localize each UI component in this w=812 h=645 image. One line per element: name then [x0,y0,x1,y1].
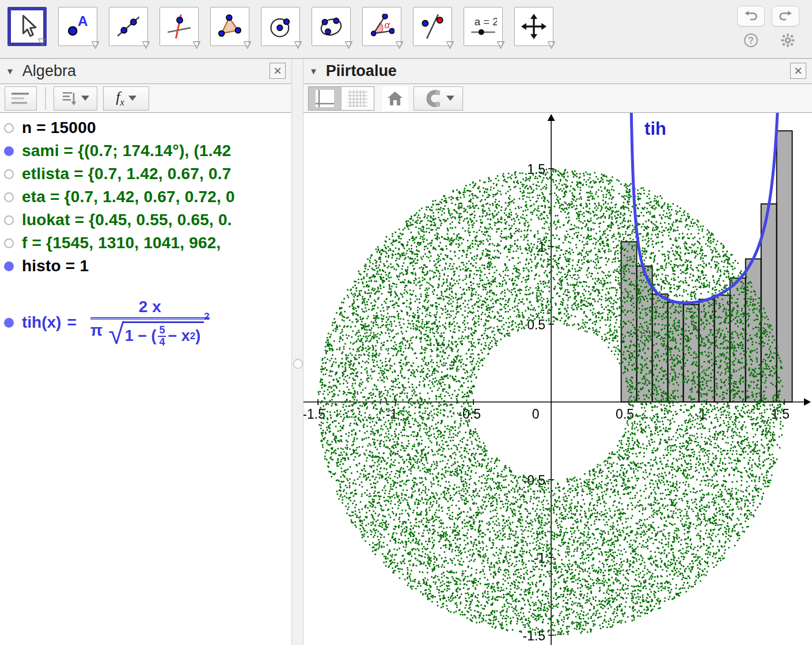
tool-buttons: ▽ A ▽ ▽ [7,7,553,46]
tool-dropdown-icon[interactable]: ▽ [548,40,555,50]
conic-tool-button[interactable]: ▽ [312,7,351,46]
panel-divider[interactable] [291,59,303,645]
angle-icon: α [369,14,394,39]
graphics-close-button[interactable]: × [790,63,806,79]
algebra-item-label: luokat = {0.45, 0.55, 0.65, 0. [22,211,232,229]
auxiliary-objects-button[interactable] [5,86,37,111]
algebra-item[interactable]: eta = {0.7, 1.42, 0.67, 0.72, 0 [0,185,291,208]
graphics-header: ▼ Piirtoalue × [303,59,812,84]
svg-text:α: α [384,20,390,30]
algebra-item-tih[interactable]: tih(x) = 2 x π √ 1 − ( 54 − x 2 [0,286,291,359]
formula-numerator: 2 x [139,298,161,317]
chevron-down-icon [81,96,89,101]
perpendicular-line-icon [166,14,192,39]
sort-objects-button[interactable] [54,86,97,111]
circle-tool-button[interactable]: ▽ [261,7,300,46]
algebra-item[interactable]: n = 15000 [0,116,291,139]
algebra-title: Algebra [22,62,76,80]
visibility-toggle[interactable] [4,238,14,248]
reflect-about-line-icon [420,14,445,39]
angle-tool-button[interactable]: α ▽ [362,7,401,46]
tool-dropdown-icon[interactable]: ▽ [244,40,251,50]
tool-dropdown-icon[interactable]: ▽ [193,40,200,50]
graphics-view: ▼ Piirtoalue × [303,59,812,645]
redo-button[interactable] [772,6,799,26]
show-axes-button[interactable] [309,87,341,110]
polygon-tool-button[interactable]: ▽ [210,7,249,46]
collapse-triangle-icon[interactable]: ▼ [6,67,14,75]
graphics-title: Piirtoalue [326,62,397,80]
settings-gear-button[interactable] [781,33,795,47]
circle-center-point-icon [268,14,293,39]
undo-button[interactable] [737,6,765,26]
tool-dropdown-icon[interactable]: ▽ [446,40,454,50]
visibility-toggle[interactable] [4,169,14,179]
collapse-triangle-icon[interactable]: ▼ [309,67,318,75]
slider-icon: a = 2 [469,14,497,39]
point-tool-button[interactable]: A ▽ [58,7,97,46]
toolbar-misc: ? [744,33,795,47]
visibility-toggle[interactable] [4,192,14,202]
point-icon: A [65,14,90,39]
tool-dropdown-icon[interactable]: ▽ [38,37,45,47]
algebra-item-label: histo = 1 [22,257,89,275]
polygon-icon [217,14,242,39]
tih-formula: tih(x) = 2 x π √ 1 − ( 54 − x 2 [22,298,210,348]
help-button[interactable]: ? [744,33,758,47]
chevron-down-icon [446,96,454,101]
algebra-item-list: n = 15000sami = {(0.7; 174.14°), (1.42et… [0,116,291,359]
redo-icon [778,11,793,21]
visibility-toggle[interactable] [4,123,14,133]
perpendicular-line-tool-button[interactable]: ▽ [160,7,199,46]
visibility-toggle[interactable] [4,215,14,225]
line-tool-button[interactable]: ▽ [109,7,148,46]
main-toolbar: ▽ A ▽ ▽ [0,0,812,59]
function-style-button[interactable]: fx [103,86,149,111]
visibility-toggle[interactable] [4,318,14,328]
slider-tool-button[interactable]: a = 2 ▽ [464,7,503,46]
visibility-toggle[interactable] [4,261,14,271]
algebra-item-label: n = 15000 [22,119,96,137]
radical-sign: √ [108,322,124,346]
algebra-rows: n = 15000sami = {(0.7; 174.14°), (1.42et… [0,116,291,278]
svg-text:a = 2: a = 2 [475,16,497,28]
visibility-toggle[interactable] [4,146,14,156]
chevron-down-icon [128,96,136,101]
algebra-item[interactable]: histo = 1 [0,255,291,278]
undo-redo-group [737,6,799,26]
graphics-canvas[interactable] [303,113,812,645]
algebra-item-label: etlista = {0.7, 1.42, 0.67, 0.7 [22,165,231,183]
point-capturing-button[interactable] [413,86,463,111]
cursor-icon [14,14,40,39]
ellipse-icon [318,14,344,39]
auxiliary-objects-icon [11,92,31,105]
geogebra-window: ▽ A ▽ ▽ [0,0,812,645]
algebra-item[interactable]: f = {1545, 1310, 1041, 962, [0,232,291,255]
reflect-tool-button[interactable]: ▽ [413,7,452,46]
grid-icon [347,89,368,108]
algebra-item[interactable]: etlista = {0.7, 1.42, 0.67, 0.7 [0,162,291,185]
move-tool-button[interactable]: ▽ [7,7,47,46]
sort-icon [62,91,77,106]
svg-text:A: A [78,14,88,29]
algebra-close-button[interactable]: × [270,63,286,79]
home-icon [387,90,403,107]
move-graphics-tool-button[interactable]: ▽ [514,7,553,46]
algebra-item-label: eta = {0.7, 1.42, 0.67, 0.72, 0 [22,188,235,206]
tool-dropdown-icon[interactable]: ▽ [294,40,302,50]
home-button[interactable] [382,86,408,111]
algebra-item[interactable]: sami = {(0.7; 174.14°), (1.42 [0,139,291,162]
algebra-item[interactable]: luokat = {0.45, 0.55, 0.65, 0. [0,208,291,232]
undo-icon [743,11,758,21]
graphics-stylebar [303,84,812,113]
tool-dropdown-icon[interactable]: ▽ [396,40,403,50]
tool-dropdown-icon[interactable]: ▽ [142,40,150,50]
stylebar-separator [45,88,47,109]
tool-dropdown-icon[interactable]: ▽ [497,40,504,50]
algebra-item-label: sami = {(0.7; 174.14°), (1.42 [22,142,231,160]
algebra-item-label: f = {1545, 1310, 1041, 962, [22,234,221,252]
tool-dropdown-icon[interactable]: ▽ [345,40,352,50]
show-grid-button[interactable] [341,87,374,110]
tool-dropdown-icon[interactable]: ▽ [92,40,99,50]
divider-handle[interactable] [293,359,303,369]
